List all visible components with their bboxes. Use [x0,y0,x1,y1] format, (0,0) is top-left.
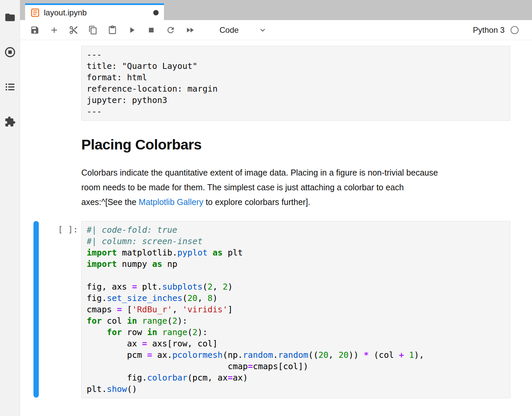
code-line: fig.set_size_inches(20, 8) [87,293,505,304]
tab-bar: layout.ipynb [20,0,532,20]
copy-icon [88,25,98,35]
interrupt-kernel-button[interactable] [147,25,156,35]
kernel-indicator: Python 3 [473,25,519,35]
code-line: ax = axs[row, col] [87,338,505,349]
copy-cell-button[interactable] [88,25,98,35]
main-panel: layout.ipynb [20,0,532,416]
save-button[interactable] [30,25,39,35]
sidebar-item-table-of-contents[interactable] [4,81,16,93]
insert-cell-button[interactable] [50,25,59,35]
code-line: --- [87,106,505,117]
code-line: import matplotlib.pyplot as plt [87,247,505,258]
active-cell-indicator[interactable] [33,221,39,398]
paste-icon [108,25,117,35]
code-line: cmaps = ['RdBu_r', 'viridis'] [87,304,505,315]
paragraph-line-3-after: to explore colorbars further]. [203,197,311,207]
tab-title: layout.ipynb [44,8,87,17]
code-line: for row in range(2): [87,327,505,338]
sidebar-item-extensions[interactable] [4,116,16,128]
code-cell-input[interactable]: #| code-fold: true#| column: screen-inse… [81,221,510,398]
run-all-cells-button[interactable] [185,25,195,35]
code-line: cmap=cmaps[col]) [87,361,505,372]
chevron-down-icon [258,25,267,35]
run-cell-button[interactable] [127,25,137,35]
play-icon [127,25,137,35]
kernel-name[interactable]: Python 3 [473,25,505,35]
code-line: title: "Quarto Layout" [87,61,505,72]
matplotlib-gallery-link[interactable]: Matplotlib Gallery [139,197,203,207]
cell-input-prompt: [ ]: [58,224,78,235]
folder-icon [4,12,16,23]
paragraph-line-1: Colorbars indicate the quantitative exte… [81,165,530,180]
code-line: fig.colorbar(pcm, ax=ax) [87,372,505,384]
jupyterlab-window: layout.ipynb [0,0,532,416]
tab-layout-ipynb[interactable]: layout.ipynb [25,3,164,20]
code-line: #| code-fold: true [87,224,505,236]
code-line [87,270,505,281]
cell-type-dropdown[interactable]: Code [219,25,267,35]
code-line: --- [87,49,505,61]
paragraph-line-2: room needs to be made for them. The simp… [81,180,530,195]
sidebar-item-running-sessions[interactable] [4,46,16,58]
markdown-heading: Placing Colorbars [81,136,201,153]
code-line: jupyter: python3 [87,95,505,106]
notebook-content: ---title: "Quarto Layout"format: htmlref… [20,40,532,416]
code-line: pcm = ax.pcolormesh(np.random.random((20… [87,349,505,361]
code-line: format: html [87,72,505,83]
code-line: plt.show() [87,384,505,395]
markdown-paragraph: Colorbars indicate the quantitative exte… [81,165,530,209]
running-sessions-icon [4,46,16,58]
extension-icon [4,116,16,127]
code-line: fig, axs = plt.subplots(2, 2) [87,281,505,293]
code-line: reference-location: margin [87,83,505,95]
raw-cell-yaml-frontmatter[interactable]: ---title: "Quarto Layout"format: htmlref… [81,46,510,121]
scissors-icon [69,25,78,35]
kernel-status-icon[interactable] [511,26,519,34]
unsaved-changes-indicator[interactable] [153,10,159,15]
table-of-contents-icon [4,81,16,93]
restart-icon [166,25,175,35]
code-line: for col in range(2): [87,315,505,327]
stop-icon [147,25,156,35]
notebook-toolbar: Code Python 3 [20,20,532,40]
code-line: import numpy as np [87,258,505,270]
paragraph-line-3: axes:^[See the Matplotlib Gallery to exp… [81,195,530,209]
paragraph-line-3-before: axes:^[See the [81,197,139,207]
plus-icon [50,25,59,35]
notebook-file-icon [30,8,40,17]
sidebar-item-file-browser[interactable] [4,11,16,23]
cut-cell-button[interactable] [69,25,78,35]
code-line: #| column: screen-inset [87,236,505,247]
cell-type-value: Code [219,25,239,35]
paste-cell-button[interactable] [108,25,117,35]
save-icon [30,25,39,35]
left-sidebar [0,0,20,416]
restart-kernel-button[interactable] [166,25,175,35]
fast-forward-icon [185,25,195,35]
